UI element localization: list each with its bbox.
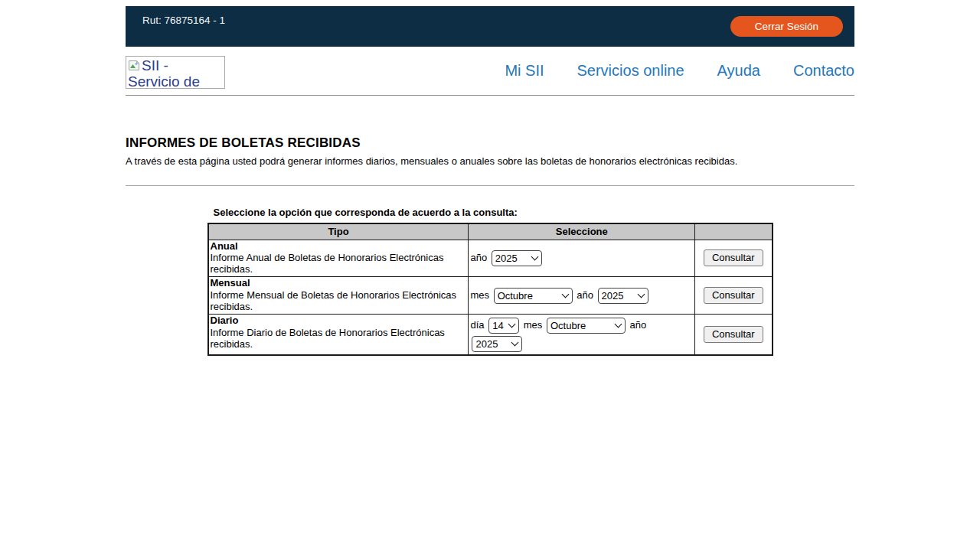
- sii-logo-broken-image[interactable]: SII - Servicio de: [126, 56, 225, 89]
- page-description: A través de esta página usted podrá gene…: [126, 155, 854, 167]
- row-type-label: Anual: [211, 240, 238, 252]
- content-divider: [126, 185, 854, 186]
- diario-anio-select[interactable]: 2025: [472, 336, 522, 352]
- col-header-seleccione: Seleccione: [469, 223, 695, 240]
- informes-table: Tipo Seleccione Anual Informe Anual de B…: [207, 223, 773, 356]
- row-type-description: Informe Mensual de Boletas de Honorarios…: [211, 289, 457, 312]
- anual-anio-select[interactable]: 2025: [492, 250, 542, 266]
- consultar-mensual-button[interactable]: Consultar: [704, 287, 763, 304]
- topbar: Rut: 76875164 - 1 Cerrar Sesión: [126, 6, 854, 47]
- table-row-diario: Diario Informe Diario de Boletas de Hono…: [208, 315, 773, 356]
- page-title: INFORMES DE BOLETAS RECIBIDAS: [126, 135, 854, 151]
- row-type-description: Informe Diario de Boletas de Honorarios …: [211, 327, 445, 350]
- consultar-anual-button[interactable]: Consultar: [704, 249, 763, 266]
- table-row-anual: Anual Informe Anual de Boletas de Honora…: [208, 240, 773, 277]
- table-row-mensual: Mensual Informe Mensual de Boletas de Ho…: [208, 277, 773, 315]
- nav-contacto[interactable]: Contacto: [793, 62, 854, 80]
- mes-label: mes: [470, 289, 489, 301]
- diario-dia-select[interactable]: 14: [488, 318, 519, 334]
- site-header: SII - Servicio de Mi SII Servicios onlin…: [126, 47, 854, 95]
- nav-ayuda[interactable]: Ayuda: [717, 62, 760, 80]
- header-divider: [126, 95, 854, 96]
- mensual-anio-select[interactable]: 2025: [598, 288, 648, 304]
- row-type-description: Informe Anual de Boletas de Honorarios E…: [211, 252, 444, 275]
- col-header-tipo: Tipo: [208, 223, 469, 240]
- broken-image-icon: [128, 60, 140, 72]
- col-header-empty: [695, 223, 773, 240]
- row-type-label: Mensual: [211, 277, 250, 289]
- main-nav: Mi SII Servicios online Ayuda Contacto: [505, 62, 854, 80]
- rut-label: Rut: 76875164 - 1: [142, 15, 225, 26]
- table-caption: Seleccione la opción que corresponda de …: [214, 207, 773, 218]
- anio-label: año: [577, 289, 593, 301]
- mes-label: mes: [524, 319, 543, 331]
- mensual-mes-select[interactable]: Octubre: [494, 288, 573, 304]
- consultar-diario-button[interactable]: Consultar: [704, 326, 763, 343]
- nav-mi-sii[interactable]: Mi SII: [505, 62, 544, 80]
- dia-label: día: [470, 319, 484, 331]
- anio-label: año: [470, 252, 487, 263]
- table-header-row: Tipo Seleccione: [208, 223, 773, 240]
- page-root: Rut: 76875164 - 1 Cerrar Sesión SII - Se…: [126, 0, 854, 356]
- logout-button[interactable]: Cerrar Sesión: [730, 16, 843, 37]
- diario-mes-select[interactable]: Octubre: [547, 318, 626, 334]
- anio-label: año: [630, 319, 647, 331]
- row-type-label: Diario: [211, 315, 239, 326]
- nav-servicios-online[interactable]: Servicios online: [577, 62, 684, 80]
- consulta-section: Seleccione la opción que corresponda de …: [207, 207, 773, 356]
